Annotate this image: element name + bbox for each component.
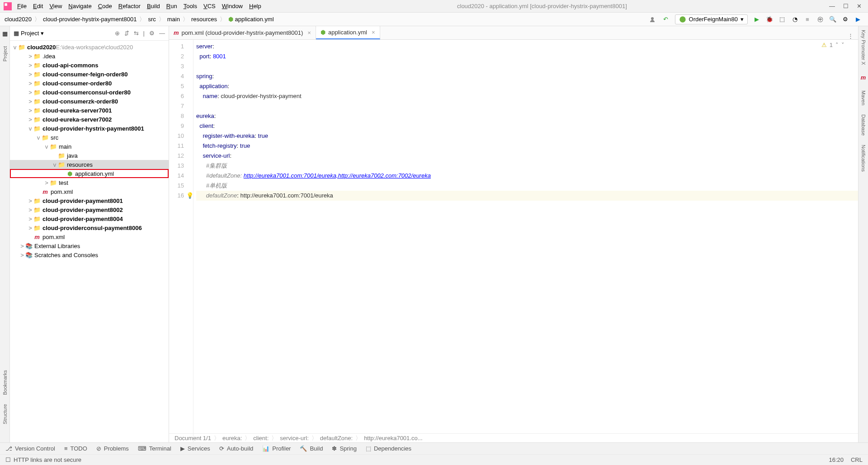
tree-item[interactable]: mpom.xml (10, 187, 169, 196)
tree-item[interactable]: 📁java (10, 151, 169, 160)
tree-item[interactable]: >📚Scratches and Consoles (10, 250, 169, 259)
tree-item[interactable]: >📁test (10, 178, 169, 187)
menu-run[interactable]: Run (166, 3, 177, 9)
bottom-spring[interactable]: ✽Spring (332, 445, 357, 452)
profile-icon[interactable]: ◔ (791, 16, 798, 23)
maven-tool-label[interactable]: Maven (861, 90, 866, 105)
add-users-icon[interactable] (650, 16, 657, 23)
project-tool-icon[interactable]: ▦ (1, 30, 9, 37)
crumb[interactable]: resources (191, 16, 217, 23)
chevron-down-icon[interactable]: ˅ (841, 42, 844, 48)
search-icon[interactable]: 🔍 (829, 16, 836, 23)
tree-item[interactable]: >📁cloud-eureka-server7002 (10, 115, 169, 124)
collapse-icon[interactable]: ⇆ (134, 30, 139, 37)
bottom-problems[interactable]: ⊘Problems (96, 445, 129, 452)
menu-vcs[interactable]: VCS (203, 3, 216, 9)
chevron-down-icon: ▾ (41, 30, 44, 37)
menu-tools[interactable]: Tools (184, 3, 197, 9)
bottom-version-control[interactable]: ⎇Version Control (5, 445, 55, 452)
editor-crumb[interactable]: Document 1/1 (175, 435, 211, 442)
tree-item[interactable]: v📁resources (10, 160, 169, 169)
tree-item[interactable]: >📁cloud-eureka-server7001 (10, 106, 169, 115)
tree-item[interactable]: v📁cloud-provider-hystrix-payment8001 (10, 124, 169, 133)
menu-code[interactable]: Code (98, 3, 112, 9)
locate-icon[interactable]: ⊕ (115, 30, 120, 37)
tree-item[interactable]: >📁cloud-consumer-order80 (10, 79, 169, 88)
run-config-selector[interactable]: OrderFeignMain80 ▾ (675, 14, 748, 24)
tree-item[interactable]: >📁cloud-provider-payment8002 (10, 205, 169, 214)
chevron-up-icon[interactable]: ˄ (835, 42, 839, 48)
tree-item[interactable]: >📚External Libraries (10, 241, 169, 250)
crumb[interactable]: cloud-provider-hystrix-payment8001 (43, 16, 137, 23)
tree-item[interactable]: >📁cloud-provider-payment8004 (10, 214, 169, 223)
tree-item[interactable]: v📁main (10, 142, 169, 151)
tree-item[interactable]: >📁cloud-api-commons (10, 61, 169, 70)
crumb[interactable]: src (148, 16, 156, 23)
menu-help[interactable]: Help (249, 3, 261, 9)
bottom-terminal[interactable]: ⌨Terminal (138, 445, 171, 452)
crumb[interactable]: main (167, 16, 180, 23)
tabs-more-icon[interactable]: ⋮ (843, 33, 858, 39)
tree-item[interactable]: >📁cloud-providerconsul-payment8006 (10, 223, 169, 232)
bottom-auto-build[interactable]: ⟳Auto-build (219, 445, 254, 452)
tree-item[interactable]: mpom.xml (10, 232, 169, 241)
sidebar-gear-icon[interactable]: ⚙ (149, 30, 155, 37)
minimize-icon[interactable]: — (829, 3, 835, 9)
tab[interactable]: mpom.xml (cloud-provider-hystrix-payment… (169, 26, 316, 39)
tree-item[interactable]: >📁cloud-consumerconsul-order80 (10, 88, 169, 97)
editor-crumb[interactable]: http://eureka7001.co... (364, 435, 422, 442)
editor-crumb[interactable]: eureka: (222, 435, 242, 442)
menu-edit[interactable]: Edit (33, 3, 43, 9)
editor-body[interactable]: 123456789101112131415💡16 server: port: 8… (169, 40, 858, 442)
maximize-icon[interactable]: ☐ (843, 3, 849, 9)
keypromoter-tool-label[interactable]: Key Promoter X (861, 30, 866, 65)
tree-item[interactable]: >📁cloud-consumer-feign-order80 (10, 70, 169, 79)
tree-item[interactable]: >📁cloud-provider-payment8001 (10, 196, 169, 205)
menu-build[interactable]: Build (147, 3, 160, 9)
project-tree[interactable]: v📁cloud2020 E:\idea-workspace\cloud2020>… (10, 41, 169, 442)
tree-root[interactable]: v📁cloud2020 E:\idea-workspace\cloud2020 (10, 42, 169, 52)
crumb[interactable]: ⬢ application.yml (228, 16, 274, 23)
tree-item[interactable]: ⬢application.yml (10, 169, 169, 178)
inspection-summary[interactable]: ⚠ 1 ˄ ˅ (821, 42, 844, 48)
notifications-tool-label[interactable]: Notifications (861, 145, 866, 172)
run-icon[interactable]: ▶ (753, 16, 760, 23)
project-tool-label[interactable]: Project (2, 46, 8, 61)
database-tool-label[interactable]: Database (861, 114, 866, 136)
tab[interactable]: ⬢application.yml× (316, 26, 380, 39)
undo-icon[interactable]: ↶ (662, 16, 670, 23)
hide-icon[interactable]: — (159, 30, 165, 37)
tree-item[interactable]: v📁src (10, 133, 169, 142)
menu-window[interactable]: Window (222, 3, 243, 9)
menu-navigate[interactable]: Navigate (68, 3, 91, 9)
tree-item[interactable]: >📁cloud-consumerzk-order80 (10, 97, 169, 106)
bottom-build[interactable]: 🔨Build (300, 445, 323, 452)
translate-icon[interactable]: ㊥ (816, 16, 824, 23)
execute-icon[interactable]: ▶ (854, 16, 862, 23)
editor-crumb[interactable]: defaultZone: (320, 435, 353, 442)
menu-refactor[interactable]: Refactor (118, 3, 141, 9)
editor-crumb[interactable]: client: (253, 435, 269, 442)
crumb[interactable]: cloud2020 (5, 16, 32, 23)
coverage-icon[interactable]: ⬚ (778, 16, 786, 23)
debug-icon[interactable]: 🐞 (766, 16, 773, 23)
bottom-profiler[interactable]: 📊Profiler (262, 445, 291, 452)
gear-icon[interactable]: ⚙ (842, 16, 849, 23)
stop-icon[interactable]: ■ (804, 16, 811, 23)
bottom-services[interactable]: ▶Services (180, 445, 210, 452)
sidebar-title[interactable]: ▦ Project ▾ (14, 30, 44, 37)
bottom-todo[interactable]: ≡TODO (64, 445, 87, 452)
editor-crumb[interactable]: service-url: (280, 435, 309, 442)
bottom-dependencies[interactable]: ⬚Dependencies (366, 445, 411, 452)
structure-tool-label[interactable]: Structure (2, 404, 8, 424)
bookmarks-tool-label[interactable]: Bookmarks (2, 370, 8, 395)
close-icon[interactable]: ✕ (857, 3, 862, 9)
menu-file[interactable]: File (17, 3, 27, 9)
menu-view[interactable]: View (49, 3, 62, 9)
tab-close-icon[interactable]: × (307, 29, 311, 36)
code-area[interactable]: server: port: 8001 spring: application: … (193, 40, 858, 442)
tree-item[interactable]: >📁.idea (10, 52, 169, 61)
maven-icon[interactable]: m (860, 74, 867, 81)
tab-close-icon[interactable]: × (372, 29, 375, 36)
expand-icon[interactable]: ⇵ (124, 30, 129, 37)
